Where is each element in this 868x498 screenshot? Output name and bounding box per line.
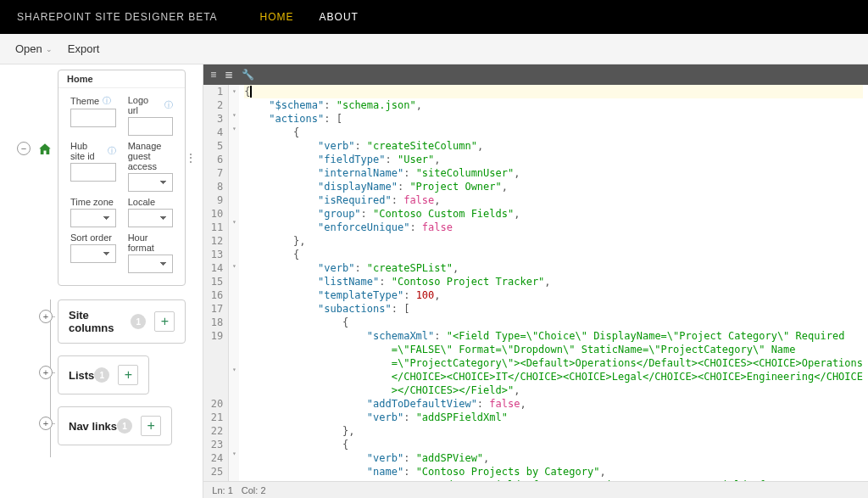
collapse-home-button[interactable]: − <box>17 142 31 155</box>
count-badge: 1 <box>131 314 146 329</box>
more-options-icon[interactable]: ⋮ <box>185 156 197 159</box>
settings-icon[interactable]: 🔧 <box>242 69 254 81</box>
status-col: Col: 2 <box>242 485 266 495</box>
section-title: Lists <box>69 369 94 382</box>
chevron-down-icon: ⌄ <box>46 45 53 53</box>
indent-right-icon[interactable]: ≣ <box>225 69 233 81</box>
section-card[interactable]: Lists 1 + <box>58 355 149 394</box>
nav-home[interactable]: HOME <box>260 11 294 23</box>
add-item-button[interactable]: + <box>118 365 138 385</box>
section-title: Nav links <box>69 420 117 433</box>
hub-site-id-input[interactable] <box>70 163 116 182</box>
sort-order-select[interactable] <box>70 244 116 263</box>
export-button[interactable]: Export <box>68 42 100 55</box>
locale-select[interactable] <box>128 209 174 227</box>
brand-title: SHAREPOINT SITE DESIGNER BETA <box>17 11 218 23</box>
hub-site-id-label: Hub site id ⓘ <box>70 141 116 161</box>
theme-label: Theme ⓘ <box>70 95 116 107</box>
count-badge: 1 <box>117 418 132 434</box>
home-icon <box>37 142 53 157</box>
count-badge: 1 <box>94 367 109 383</box>
section-card[interactable]: Site columns 1 + <box>58 299 186 344</box>
hour-format-label: Hour format <box>128 232 174 253</box>
home-card-title: Home <box>58 70 185 88</box>
nav-about[interactable]: ABOUT <box>320 11 359 23</box>
expand-section-button[interactable]: + <box>39 366 53 379</box>
manage-guest-select[interactable] <box>128 173 174 192</box>
editor-toolbar: ≡ ≣ 🔧 <box>203 64 868 85</box>
json-editor[interactable]: 1234567891011121314151617181920212223242… <box>203 85 868 481</box>
section-title: Site columns <box>69 309 131 334</box>
logo-url-input[interactable] <box>128 117 174 136</box>
file-toolbar: Open⌄ Export <box>0 34 868 64</box>
locale-label: Locale <box>128 197 174 207</box>
expand-section-button[interactable]: + <box>39 417 53 430</box>
open-menu[interactable]: Open⌄ <box>15 42 53 55</box>
section-card[interactable]: Nav links 1 + <box>58 406 172 445</box>
hour-format-select[interactable] <box>128 255 174 273</box>
expand-section-button[interactable]: + <box>39 310 53 323</box>
theme-input[interactable] <box>70 109 116 127</box>
info-icon[interactable]: ⓘ <box>103 95 111 107</box>
top-nav: SHAREPOINT SITE DESIGNER BETA HOME ABOUT <box>0 0 868 34</box>
indent-left-icon[interactable]: ≡ <box>210 69 216 81</box>
status-line: Ln: 1 <box>212 485 232 495</box>
sort-order-label: Sort order <box>70 232 116 243</box>
time-zone-label: Time zone <box>70 197 116 207</box>
manage-guest-label: Manage guest access <box>128 141 174 171</box>
time-zone-select[interactable] <box>70 209 116 227</box>
add-item-button[interactable]: + <box>154 311 175 332</box>
info-icon[interactable]: ⓘ <box>108 145 116 157</box>
add-item-button[interactable]: + <box>141 416 161 436</box>
home-card: Home Theme ⓘ Logo url ⓘ <box>58 70 186 286</box>
logo-url-label: Logo url ⓘ <box>128 95 174 115</box>
info-icon[interactable]: ⓘ <box>164 99 173 111</box>
editor-status-bar: Ln: 1 Col: 2 <box>203 481 868 498</box>
